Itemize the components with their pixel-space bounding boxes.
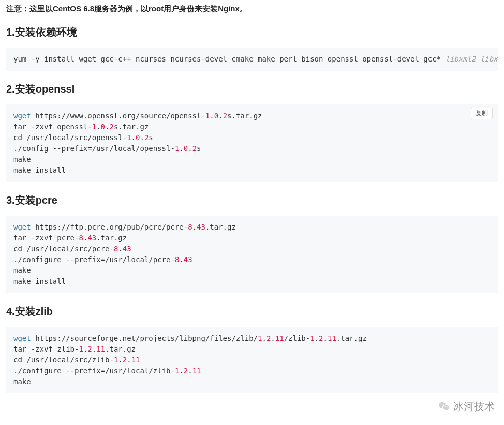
section-heading: 4.安装zlib xyxy=(6,305,498,318)
code-content[interactable]: wget https://sourceforge.net/projects/li… xyxy=(6,327,498,393)
section-heading: 3.安装pcre xyxy=(6,193,498,207)
wechat-icon xyxy=(438,401,450,401)
code-block: wget https://ftp.pcre.org/pub/pcre/pcre-… xyxy=(6,216,498,293)
section-heading: 1.安装依赖环境 xyxy=(6,25,498,39)
intro-note: 注意：这里以CentOS 6.8服务器为例，以root用户身份来安装Nginx。 xyxy=(6,4,498,14)
section-heading: 2.安装openssl xyxy=(6,82,498,96)
code-content[interactable]: wget https://www.openssl.org/source/open… xyxy=(6,104,498,182)
code-content[interactable]: wget https://ftp.pcre.org/pub/pcre/pcre-… xyxy=(6,216,498,293)
copy-button[interactable]: 复制 xyxy=(471,108,493,119)
code-block: yum -y install wget gcc-c++ ncurses ncur… xyxy=(6,48,498,71)
code-block: wget https://sourceforge.net/projects/li… xyxy=(6,327,498,393)
code-block: 复制wget https://www.openssl.org/source/op… xyxy=(6,104,498,182)
watermark-text: 冰河技术 xyxy=(453,400,495,401)
code-content[interactable]: yum -y install wget gcc-c++ ncurses ncur… xyxy=(6,48,498,71)
watermark-account: 冰河技术 xyxy=(438,400,495,401)
